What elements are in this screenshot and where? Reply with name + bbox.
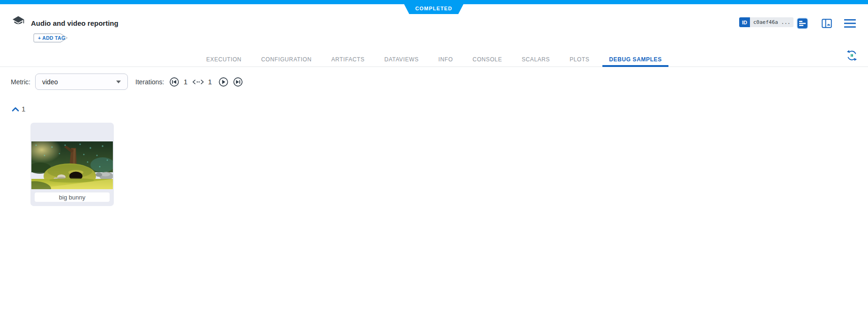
auto-refresh-icon[interactable] bbox=[846, 49, 858, 62]
debug-sample-card: big bunny bbox=[30, 123, 114, 206]
metric-dropdown-value: video bbox=[42, 78, 58, 86]
next-iteration-button[interactable] bbox=[218, 77, 229, 87]
tab-scalars[interactable]: SCALARS bbox=[515, 52, 556, 66]
metric-dropdown[interactable]: video bbox=[35, 74, 128, 90]
dropdown-caret-icon bbox=[116, 81, 121, 83]
side-panel-toggle-button[interactable] bbox=[821, 17, 833, 30]
tab-bar: EXECUTION CONFIGURATION ARTIFACTS DATAVI… bbox=[0, 52, 868, 67]
sample-caption: big bunny bbox=[35, 192, 110, 202]
iteration-from-value: 1 bbox=[184, 78, 187, 86]
experiment-id-chip[interactable]: ID c0aef46a ... bbox=[739, 17, 794, 27]
details-view-button[interactable] bbox=[796, 17, 809, 30]
menu-icon[interactable] bbox=[844, 19, 856, 28]
tab-plots[interactable]: PLOTS bbox=[563, 52, 596, 66]
add-tag-label: + ADD TAG bbox=[38, 35, 65, 41]
last-iteration-button[interactable] bbox=[233, 77, 243, 87]
experiment-icon bbox=[12, 15, 25, 29]
id-badge: ID bbox=[739, 17, 750, 27]
tab-configuration[interactable]: CONFIGURATION bbox=[255, 52, 319, 66]
range-icon bbox=[192, 79, 204, 85]
debug-samples-page: COMPLETED Audio and video reporting + AD… bbox=[0, 0, 868, 310]
tab-info[interactable]: INFO bbox=[432, 52, 460, 66]
iteration-to-value: 1 bbox=[208, 78, 212, 86]
tab-dataviews[interactable]: DATAVIEWS bbox=[378, 52, 425, 66]
iterations-label: Iterations: bbox=[135, 78, 164, 86]
tab-debug-samples[interactable]: DEBUG SAMPLES bbox=[602, 52, 668, 66]
metric-label: Metric: bbox=[11, 78, 30, 86]
id-value: c0aef46a ... bbox=[750, 17, 794, 27]
add-tag-button[interactable]: + ADD TAG bbox=[33, 33, 70, 43]
tab-artifacts[interactable]: ARTIFACTS bbox=[325, 52, 371, 66]
page-title: Audio and video reporting bbox=[31, 19, 119, 27]
tab-execution[interactable]: EXECUTION bbox=[200, 52, 248, 66]
collapse-chevron-icon[interactable] bbox=[12, 107, 19, 112]
first-iteration-button[interactable] bbox=[169, 77, 179, 87]
iteration-group-label: 1 bbox=[22, 105, 25, 113]
video-thumbnail[interactable] bbox=[31, 141, 113, 189]
tab-console[interactable]: CONSOLE bbox=[466, 52, 509, 66]
status-badge: COMPLETED bbox=[402, 0, 466, 14]
